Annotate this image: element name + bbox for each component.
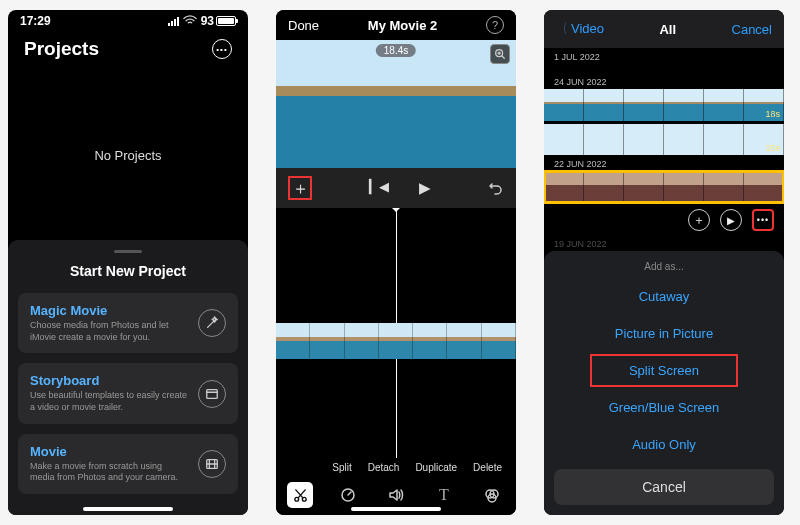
option-green-screen[interactable]: Green/Blue Screen [544, 389, 784, 426]
movie-card[interactable]: Movie Make a movie from scratch using me… [18, 434, 238, 494]
done-button[interactable]: Done [288, 18, 319, 33]
segment-all[interactable]: All [659, 22, 676, 37]
phone-editor: Done My Movie 2 ? 18.4s ＋ ▎◀ ▶ Split Det… [276, 10, 516, 515]
filters-icon[interactable] [479, 482, 505, 508]
clip-actions: Split Detach Duplicate Delete [276, 458, 516, 475]
section-date: 24 JUN 2022 [544, 73, 784, 89]
svg-rect-0 [207, 389, 218, 398]
text-icon[interactable]: T [431, 482, 457, 508]
cancel-button[interactable]: Cancel [554, 469, 774, 505]
help-icon[interactable]: ? [486, 16, 504, 34]
play-preview-icon[interactable]: ▶ [720, 209, 742, 231]
card-title: Storyboard [30, 373, 188, 388]
option-audio-only[interactable]: Audio Only [544, 426, 784, 463]
phone-projects: 17:29 93 Projects ••• No Projects Start … [8, 10, 248, 515]
card-title: Magic Movie [30, 303, 188, 318]
add-icon[interactable]: ＋ [688, 209, 710, 231]
page-title: Projects [24, 38, 99, 60]
status-bar: 17:29 93 [8, 10, 248, 32]
duration-badge: 18.4s [376, 44, 416, 57]
more-options-icon[interactable]: ••• [752, 209, 774, 231]
undo-icon[interactable] [488, 179, 504, 198]
add-media-button[interactable]: ＋ [288, 176, 312, 200]
clip-strip[interactable] [276, 323, 516, 359]
video-preview[interactable]: 18.4s [276, 40, 516, 168]
timeline[interactable] [276, 208, 516, 458]
card-subtitle: Use beautiful templates to easily create… [30, 390, 188, 413]
film-icon [198, 450, 226, 478]
split-button[interactable]: Split [332, 462, 351, 473]
storyboard-icon [198, 380, 226, 408]
duration-label: 18s [765, 109, 780, 119]
section-date: 19 JUN 2022 [544, 235, 784, 251]
clip-row-selected[interactable] [544, 171, 784, 203]
back-button[interactable]: 〈Video [556, 20, 604, 38]
storyboard-card[interactable]: Storyboard Use beautiful templates to ea… [18, 363, 238, 423]
clock: 17:29 [20, 14, 51, 28]
card-subtitle: Choose media from Photos and let iMovie … [30, 320, 188, 343]
play-icon[interactable]: ▶ [419, 179, 431, 197]
speed-icon[interactable] [335, 482, 361, 508]
option-pip[interactable]: Picture in Picture [544, 315, 784, 352]
wand-icon [198, 309, 226, 337]
clip-row[interactable]: 15s [544, 124, 784, 156]
sheet-title: Start New Project [18, 263, 238, 279]
cellular-icon [168, 17, 179, 26]
option-cutaway[interactable]: Cutaway [544, 278, 784, 315]
volume-icon[interactable] [383, 482, 409, 508]
home-indicator[interactable] [351, 507, 441, 511]
option-split-screen[interactable]: Split Screen [588, 352, 740, 389]
duration-label: 15s [765, 143, 780, 153]
battery-icon: 93 [201, 14, 236, 28]
clip-row[interactable]: 18s [544, 89, 784, 121]
empty-state-text: No Projects [8, 70, 248, 240]
new-project-sheet: Start New Project Magic Movie Choose med… [8, 240, 248, 515]
delete-button[interactable]: Delete [473, 462, 502, 473]
scissors-icon[interactable] [287, 482, 313, 508]
prev-frame-icon[interactable]: ▎◀ [369, 179, 389, 197]
home-indicator[interactable] [83, 507, 173, 511]
detach-button[interactable]: Detach [368, 462, 400, 473]
phone-media-picker: 〈Video All Cancel 1 JUL 2022 24 JUN 2022… [544, 10, 784, 515]
grabber-icon[interactable] [114, 250, 142, 253]
add-as-sheet: Add as... Cutaway Picture in Picture Spl… [544, 251, 784, 515]
magic-movie-card[interactable]: Magic Movie Choose media from Photos and… [18, 293, 238, 353]
section-date: 22 JUN 2022 [544, 155, 784, 171]
project-title: My Movie 2 [368, 18, 437, 33]
zoom-icon[interactable] [490, 44, 510, 64]
cancel-top-button[interactable]: Cancel [732, 22, 772, 37]
duplicate-button[interactable]: Duplicate [415, 462, 457, 473]
more-icon[interactable]: ••• [212, 39, 232, 59]
card-title: Movie [30, 444, 188, 459]
sheet-subtitle: Add as... [544, 257, 784, 278]
card-subtitle: Make a movie from scratch using media fr… [30, 461, 188, 484]
wifi-icon [183, 14, 197, 28]
section-date: 1 JUL 2022 [544, 48, 784, 64]
